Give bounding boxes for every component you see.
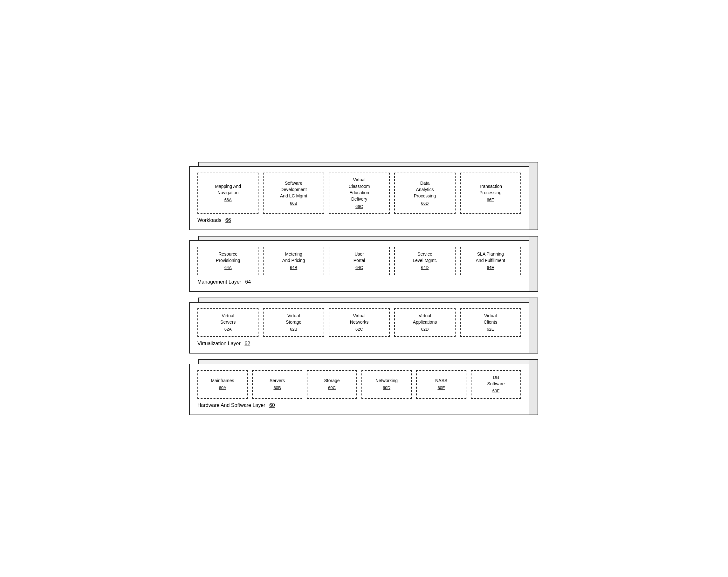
box-60d-label: Networking xyxy=(375,377,398,384)
box-66b-label: Software Development And LC Mgmt xyxy=(280,180,307,199)
box-60b-ref: 60B xyxy=(274,385,281,391)
box-62b: Virtual Storage62B xyxy=(263,308,324,337)
boxes-row-virtualization: Virtual Servers62AVirtual Storage62BVirt… xyxy=(198,308,521,337)
layer-workloads-title-row: Workloads 66 xyxy=(198,217,521,223)
box-60e-ref: 60E xyxy=(437,385,445,391)
box-60f-label: DB Software xyxy=(487,374,504,387)
box-60a-label: Mainframes xyxy=(211,377,234,384)
layer-management-title-row: Management Layer 64 xyxy=(198,279,521,285)
box-60a-ref: 60A xyxy=(219,385,226,391)
layer-virtualization-title-row: Virtualization Layer 62 xyxy=(198,341,521,346)
box-66d: Data Analytics Processing66D xyxy=(394,173,455,213)
box-66e-label: Transaction Processing xyxy=(479,183,502,196)
layer-right-face xyxy=(529,236,538,292)
box-62e-label: Virtual Clients xyxy=(484,313,497,325)
box-62e: Virtual Clients62E xyxy=(460,308,521,337)
box-62d-label: Virtual Applications xyxy=(413,313,437,325)
box-66a-label: Mapping And Navigation xyxy=(215,183,241,196)
layer-workloads-title-id: 66 xyxy=(226,217,231,223)
box-60d: Networking60D xyxy=(361,370,412,399)
layer-workloads-main: Mapping And Navigation66ASoftware Develo… xyxy=(189,166,529,230)
layer-management: Resource Provisioning64AMetering And Pri… xyxy=(189,240,529,292)
box-62a-ref: 62A xyxy=(225,326,232,333)
layer-right-face xyxy=(529,297,538,353)
box-62c: Virtual Networks62C xyxy=(329,308,390,337)
box-62b-ref: 62B xyxy=(290,326,297,333)
box-64e: SLA Planning And Fulfillment64E xyxy=(460,247,521,275)
box-64c-ref: 64C xyxy=(356,265,363,271)
layer-top-face xyxy=(198,297,538,302)
layer-top-face xyxy=(198,162,538,166)
box-60c: Storage60C xyxy=(307,370,357,399)
box-64d: Service Level Mgmt.64D xyxy=(394,247,455,275)
box-64e-label: SLA Planning And Fulfillment xyxy=(476,251,505,264)
boxes-row-workloads: Mapping And Navigation66ASoftware Develo… xyxy=(198,173,521,213)
box-64d-ref: 64D xyxy=(421,265,428,271)
box-64b: Metering And Pricing64B xyxy=(263,247,324,275)
box-66c: Virtual Classroom Education Delivery66C xyxy=(329,173,390,213)
box-62a: Virtual Servers62A xyxy=(198,308,258,337)
boxes-row-management: Resource Provisioning64AMetering And Pri… xyxy=(198,247,521,275)
box-64a: Resource Provisioning64A xyxy=(198,247,258,275)
box-62e-ref: 62E xyxy=(487,326,494,333)
layer-hardware-title-id: 60 xyxy=(269,402,275,408)
box-60c-label: Storage xyxy=(324,377,340,384)
box-64a-ref: 64A xyxy=(225,265,232,271)
box-66d-label: Data Analytics Processing xyxy=(414,180,436,199)
box-66b-ref: 66B xyxy=(290,201,297,207)
box-66a-ref: 66A xyxy=(225,197,232,203)
box-64c: User Portal64C xyxy=(329,247,390,275)
box-66d-ref: 66D xyxy=(421,201,428,207)
box-66e: Transaction Processing66E xyxy=(460,173,521,213)
box-66a: Mapping And Navigation66A xyxy=(198,173,258,213)
box-62c-ref: 62C xyxy=(356,326,363,333)
box-60e: NASS60E xyxy=(416,370,466,399)
layer-workloads-title: Workloads xyxy=(198,217,223,223)
box-62a-label: Virtual Servers xyxy=(220,313,236,325)
boxes-row-hardware: Mainframes60AServers60BStorage60CNetwork… xyxy=(198,370,521,399)
diagram-container: Mapping And Navigation66ASoftware Develo… xyxy=(189,162,539,415)
layer-right-face xyxy=(529,359,538,415)
layer-virtualization-title: Virtualization Layer xyxy=(198,341,242,346)
layer-hardware-title-row: Hardware And Software Layer 60 xyxy=(198,402,521,408)
box-60b: Servers60B xyxy=(252,370,302,399)
box-60d-ref: 60D xyxy=(383,385,390,391)
layer-virtualization-title-id: 62 xyxy=(244,341,250,346)
box-62d: Virtual Applications62D xyxy=(394,308,455,337)
layer-management-title: Management Layer xyxy=(198,279,242,285)
box-64b-label: Metering And Pricing xyxy=(282,251,305,264)
box-66e-ref: 66E xyxy=(487,197,494,203)
box-66c-label: Virtual Classroom Education Delivery xyxy=(349,177,370,202)
layer-virtualization: Virtual Servers62AVirtual Storage62BVirt… xyxy=(189,302,529,353)
box-60b-label: Servers xyxy=(269,377,285,384)
box-66b: Software Development And LC Mgmt66B xyxy=(263,173,324,213)
box-62c-label: Virtual Networks xyxy=(350,313,368,325)
box-64d-label: Service Level Mgmt. xyxy=(413,251,437,264)
layer-right-face xyxy=(529,162,538,230)
layer-management-main: Resource Provisioning64AMetering And Pri… xyxy=(189,240,529,292)
layer-top-face xyxy=(198,359,538,364)
box-60f: DB Software60F xyxy=(471,370,521,399)
box-64c-label: User Portal xyxy=(354,251,365,264)
box-62b-label: Virtual Storage xyxy=(286,313,302,325)
layer-top-face xyxy=(198,236,538,240)
layer-hardware: Mainframes60AServers60BStorage60CNetwork… xyxy=(189,364,529,415)
box-64a-label: Resource Provisioning xyxy=(216,251,240,264)
box-66c-ref: 66C xyxy=(356,204,363,210)
box-64b-ref: 64B xyxy=(290,265,297,271)
layer-workloads: Mapping And Navigation66ASoftware Develo… xyxy=(189,166,529,230)
layer-hardware-title: Hardware And Software Layer xyxy=(198,402,267,408)
box-64e-ref: 64E xyxy=(487,265,494,271)
box-60e-label: NASS xyxy=(435,377,447,384)
box-60f-ref: 60F xyxy=(492,388,499,394)
box-60a: Mainframes60A xyxy=(198,370,248,399)
layer-management-title-id: 64 xyxy=(245,279,251,285)
box-62d-ref: 62D xyxy=(421,326,428,333)
layer-virtualization-main: Virtual Servers62AVirtual Storage62BVirt… xyxy=(189,302,529,353)
box-60c-ref: 60C xyxy=(328,385,336,391)
layer-hardware-main: Mainframes60AServers60BStorage60CNetwork… xyxy=(189,364,529,415)
